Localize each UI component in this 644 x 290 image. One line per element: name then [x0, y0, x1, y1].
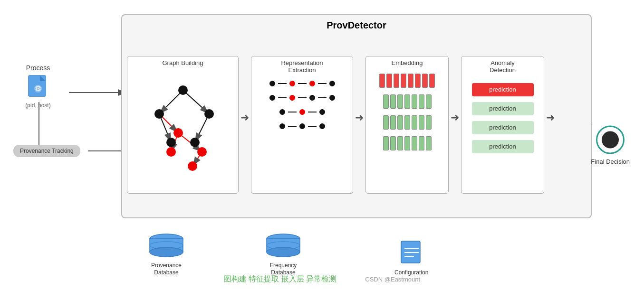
provenance-db-label: ProvenanceDatabase	[151, 262, 182, 277]
line-6	[318, 97, 327, 98]
dot-b7	[319, 109, 325, 115]
embed-bar-g18	[404, 136, 410, 150]
embed-bar-g4	[404, 94, 410, 109]
embed-bar-g1	[383, 94, 389, 109]
prediction-badge-green-1: prediction	[472, 102, 534, 115]
svg-point-23	[188, 161, 197, 171]
arrow-repr-to-embed: ➜	[353, 112, 365, 138]
dot-r3	[289, 95, 295, 101]
provenance-tracking: Provenance Tracking	[13, 145, 80, 157]
svg-point-22	[197, 147, 207, 157]
svg-point-16	[154, 109, 164, 119]
embed-bar-r7	[422, 74, 428, 88]
embed-row-green-3	[383, 136, 432, 150]
configuration-section: Configuration	[394, 240, 428, 277]
svg-point-18	[166, 138, 176, 147]
provenance-db-section: ProvenanceDatabase	[147, 233, 185, 277]
embed-bar-g14	[426, 115, 432, 130]
prediction-label-2: prediction	[489, 124, 516, 131]
repr-extraction-title: Representation Extraction	[251, 56, 353, 74]
svg-text:⚙: ⚙	[35, 84, 41, 93]
anomaly-rows: prediction prediction prediction predict…	[461, 83, 544, 153]
line-5	[298, 97, 307, 98]
dot-b5	[329, 95, 335, 101]
configuration-icon	[397, 240, 426, 266]
embed-bar-r2	[386, 74, 392, 88]
prediction-label-0: prediction	[489, 86, 516, 93]
embed-bar-g10	[397, 115, 403, 130]
bottom-text-area: 图构建 特征提取 嵌入层 异常检测 CSDN @Eastmount	[224, 274, 420, 284]
embed-row-green-1	[383, 94, 432, 109]
dot-b	[269, 81, 275, 86]
embed-bar-r3	[394, 74, 399, 88]
process-icon: ⚙	[25, 74, 51, 100]
svg-point-15	[178, 85, 188, 95]
prediction-label-1: prediction	[489, 105, 516, 112]
prediction-badge-red: prediction	[472, 83, 534, 96]
repr-row-4	[279, 123, 325, 129]
line-1	[278, 83, 287, 84]
dot-b10	[319, 123, 325, 129]
arrow-graph-to-repr: ➜	[239, 112, 251, 138]
embed-bar-g16	[390, 136, 396, 150]
process-label: Process	[26, 64, 50, 72]
embed-bar-r5	[408, 74, 413, 88]
line-3	[318, 83, 327, 84]
embed-rows	[366, 74, 448, 150]
chinese-caption: 图构建 特征提取 嵌入层 异常检测	[224, 274, 336, 284]
embed-bar-g12	[412, 115, 417, 130]
dot-r	[289, 81, 295, 86]
dot-b2	[329, 81, 335, 86]
provenance-db-icon	[147, 233, 185, 259]
repr-extraction-panel: Representation Extraction	[251, 56, 353, 194]
embedding-title: Embedding	[366, 56, 448, 66]
panels-area: Graph Building	[127, 37, 586, 213]
pid-label: (pid, host)	[25, 102, 50, 109]
repr-row-2	[269, 95, 335, 101]
embed-bar-g19	[412, 136, 417, 150]
embed-bar-g15	[383, 136, 389, 150]
embed-bar-g3	[397, 94, 403, 109]
embed-bar-g5	[412, 94, 417, 109]
line-7	[288, 112, 297, 112]
svg-point-21	[166, 147, 176, 157]
svg-line-8	[159, 90, 183, 114]
embed-bar-r1	[379, 74, 385, 88]
prediction-label-3: prediction	[489, 143, 516, 150]
provdetector-box: ProvDetector Graph Building	[121, 14, 592, 218]
line-2	[298, 83, 307, 84]
dot-b4	[309, 95, 315, 101]
embed-bar-g6	[419, 94, 424, 109]
dot-r4	[299, 109, 305, 115]
repr-row-3	[279, 109, 325, 115]
repr-row-1	[269, 81, 335, 86]
repr-rows	[251, 81, 353, 129]
graph-svg	[133, 71, 233, 180]
line-4	[278, 97, 287, 98]
final-decision-circle	[596, 125, 625, 154]
dot-b6	[279, 109, 285, 115]
svg-point-26	[150, 247, 183, 257]
frequency-db-section: FrequencyDatabase	[264, 233, 302, 277]
embed-row-green-2	[383, 115, 432, 130]
graph-building-panel: Graph Building	[127, 56, 239, 194]
arrow-anomaly-to-final: ➜	[544, 112, 557, 138]
svg-line-11	[195, 114, 209, 142]
embed-bar-g8	[383, 115, 389, 130]
embed-bar-r8	[429, 74, 435, 88]
final-decision-section: Final Decision	[591, 125, 630, 165]
embed-bar-r4	[401, 74, 406, 88]
svg-point-19	[190, 138, 200, 147]
svg-point-20	[173, 128, 183, 138]
line-10	[308, 126, 317, 127]
embed-bar-g13	[419, 115, 424, 130]
prov-tracking-label: Provenance Tracking	[20, 148, 74, 154]
frequency-db-icon	[264, 233, 302, 259]
csdn-watermark: CSDN @Eastmount	[365, 276, 420, 283]
final-decision-label: Final Decision	[591, 158, 630, 165]
dot-b3	[269, 95, 275, 101]
dot-b9	[299, 123, 305, 129]
embed-bar-g9	[390, 115, 396, 130]
provdetector-title: ProvDetector	[122, 15, 591, 31]
line-9	[288, 126, 297, 127]
